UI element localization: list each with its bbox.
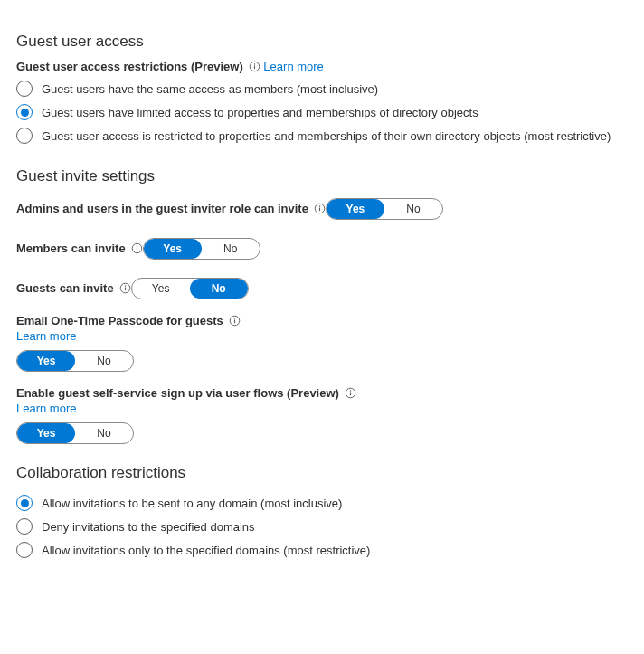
- yes-no-toggle[interactable]: YesNo: [326, 198, 443, 220]
- toggle-no[interactable]: No: [75, 351, 133, 371]
- info-icon[interactable]: [314, 203, 326, 214]
- collab-restriction-option-1[interactable]: Deny invitations to the specified domain…: [16, 515, 628, 538]
- radio-label: Guest users have limited access to prope…: [42, 106, 478, 119]
- toggle-no[interactable]: No: [75, 423, 133, 443]
- guest-access-restriction-option-2[interactable]: Guest user access is restricted to prope…: [16, 124, 628, 147]
- radio-button-icon: [16, 128, 33, 144]
- yes-no-toggle[interactable]: YesNo: [16, 422, 134, 444]
- radio-button-icon: [16, 81, 33, 97]
- radio-label: Allow invitations to be sent to any doma…: [42, 497, 342, 510]
- guest-access-restrictions-radio-group: Guest users have the same access as memb…: [16, 77, 628, 147]
- toggle-field-0: Admins and users in the guest inviter ro…: [16, 194, 628, 220]
- toggle-yes[interactable]: Yes: [17, 423, 75, 443]
- info-icon[interactable]: [249, 61, 260, 72]
- guest-access-restriction-option-1[interactable]: Guest users have limited access to prope…: [16, 100, 628, 124]
- guest-access-restrictions-label-text: Guest user access restrictions (Preview): [16, 60, 243, 73]
- yes-no-toggle[interactable]: YesNo: [143, 238, 260, 260]
- svg-rect-11: [125, 288, 126, 291]
- toggle-yes[interactable]: Yes: [17, 351, 75, 371]
- toggle-field-2: Guests can inviteYesNo: [16, 274, 628, 299]
- yes-no-toggle[interactable]: YesNo: [131, 278, 249, 299]
- radio-label: Guest users have the same access as memb…: [42, 82, 378, 96]
- toggle-label-text: Enable guest self-service sign up via us…: [16, 386, 339, 400]
- guest-access-restrictions-label: Guest user access restrictions (Preview): [16, 60, 260, 73]
- svg-point-1: [254, 63, 255, 64]
- toggle-field-4: Enable guest self-service sign up via us…: [16, 386, 628, 444]
- radio-label: Guest user access is restricted to prope…: [42, 129, 611, 143]
- toggle-field-3: Email One-Time Passcode for guestsLearn …: [16, 314, 628, 372]
- guest-access-learn-more-link[interactable]: Learn more: [263, 60, 323, 73]
- svg-point-10: [124, 285, 125, 286]
- info-icon[interactable]: [131, 242, 143, 254]
- toggle-field-1: Members can inviteYesNo: [16, 234, 628, 260]
- toggle-label-text: Guests can invite: [16, 281, 114, 295]
- svg-rect-8: [137, 248, 137, 251]
- toggle-label: Enable guest self-service sign up via us…: [16, 386, 356, 400]
- toggle-label: Admins and users in the guest inviter ro…: [16, 202, 326, 215]
- toggle-label: Members can invite: [16, 242, 143, 255]
- toggle-label-text: Admins and users in the guest inviter ro…: [16, 202, 308, 215]
- radio-label: Deny invitations to the specified domain…: [42, 520, 255, 534]
- toggle-label: Email One-Time Passcode for guests: [16, 314, 241, 327]
- toggle-no[interactable]: No: [384, 199, 442, 219]
- info-icon[interactable]: [345, 387, 356, 399]
- svg-rect-5: [319, 208, 320, 212]
- learn-more-link[interactable]: Learn more: [16, 329, 76, 343]
- toggle-label-text: Members can invite: [16, 242, 126, 255]
- yes-no-toggle[interactable]: YesNo: [16, 350, 134, 372]
- toggle-label-text: Email One-Time Passcode for guests: [16, 314, 223, 327]
- toggle-yes[interactable]: Yes: [327, 199, 384, 219]
- svg-rect-14: [234, 320, 235, 324]
- radio-button-icon: [16, 518, 33, 535]
- collab-restriction-option-2[interactable]: Allow invitations only to the specified …: [16, 538, 628, 562]
- learn-more-link[interactable]: Learn more: [16, 402, 76, 415]
- radio-button-icon: [16, 495, 33, 511]
- radio-label: Allow invitations only to the specified …: [42, 544, 370, 557]
- toggle-yes[interactable]: Yes: [144, 239, 202, 259]
- radio-button-icon: [16, 542, 33, 558]
- collab-restriction-option-0[interactable]: Allow invitations to be sent to any doma…: [16, 491, 628, 515]
- guest-user-access-heading: Guest user access: [16, 33, 628, 51]
- collaboration-restrictions-heading: Collaboration restrictions: [16, 464, 628, 482]
- svg-point-7: [136, 245, 137, 246]
- collaboration-restrictions-radio-group: Allow invitations to be sent to any doma…: [16, 491, 628, 562]
- svg-point-16: [350, 390, 351, 391]
- guest-invite-settings-heading: Guest invite settings: [16, 167, 628, 185]
- toggle-no[interactable]: No: [202, 239, 260, 259]
- svg-point-4: [319, 205, 320, 206]
- radio-button-icon: [16, 104, 33, 120]
- svg-point-13: [234, 318, 235, 318]
- toggle-label: Guests can invite: [16, 281, 131, 295]
- info-icon[interactable]: [119, 282, 131, 294]
- toggle-yes[interactable]: Yes: [132, 279, 190, 299]
- guest-access-restriction-option-0[interactable]: Guest users have the same access as memb…: [16, 77, 628, 100]
- svg-rect-2: [254, 66, 255, 70]
- info-icon[interactable]: [229, 315, 241, 327]
- toggle-no[interactable]: No: [190, 279, 248, 299]
- svg-rect-17: [350, 393, 351, 396]
